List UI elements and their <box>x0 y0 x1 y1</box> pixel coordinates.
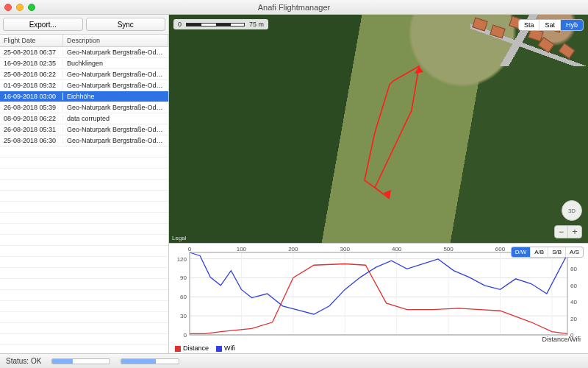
legend-item: Wifi <box>216 344 235 352</box>
cell-date: 25-08-2018 06:22 <box>0 71 63 78</box>
progress-1 <box>51 358 110 364</box>
svg-text:40: 40 <box>570 299 577 305</box>
table-row-empty <box>0 224 168 235</box>
zoom-out-button[interactable]: − <box>555 226 568 238</box>
chart-canvas: 0306090120020406080100010020030040050060… <box>169 244 588 353</box>
chart-mode-segmented: D/WA/BS/BA/S <box>511 247 584 258</box>
table-row-empty <box>0 301 168 312</box>
cell-desc: Eichhöhe <box>63 93 168 100</box>
maptype-sta[interactable]: Sta <box>519 20 540 30</box>
cell-desc: Geo-Naturpark Bergstraße-Odenwald <box>63 71 168 78</box>
cell-desc: Geo-Naturpark Bergstraße-Odenwald <box>63 49 168 56</box>
close-icon[interactable] <box>4 4 12 11</box>
svg-text:100: 100 <box>237 246 247 252</box>
table-row-empty <box>0 334 168 345</box>
chartmode-d-w[interactable]: D/W <box>512 247 531 257</box>
svg-text:30: 30 <box>180 313 187 319</box>
table-row-empty <box>0 235 168 246</box>
svg-text:20: 20 <box>570 316 577 322</box>
table-row-empty <box>0 268 168 279</box>
table-row[interactable]: 25-08-2018 06:22Geo-Naturpark Bergstraße… <box>0 69 168 80</box>
main-panel: 0 75 m StaSatHyb 3D − + Legal 0306090120… <box>169 15 588 353</box>
legend-item: Distance <box>175 344 209 352</box>
map-type-segmented: StaSatHyb <box>518 19 584 31</box>
svg-text:0: 0 <box>184 332 187 339</box>
zoom-icon[interactable] <box>28 4 35 11</box>
window-title: Anafi Flightmanager <box>0 3 588 12</box>
window-controls <box>4 4 35 11</box>
cell-desc: data corrupted <box>63 115 168 122</box>
cell-desc: Geo-Naturpark Bergstraße-Odenwald <box>63 104 168 111</box>
cell-date: 08-09-2018 06:22 <box>0 115 63 122</box>
svg-text:0: 0 <box>188 246 192 252</box>
map-attribution[interactable]: Legal <box>172 235 187 241</box>
chartmode-a-s[interactable]: A/S <box>566 247 583 257</box>
table-row-empty <box>0 312 168 323</box>
zoom-in-button[interactable]: + <box>568 226 581 238</box>
svg-text:90: 90 <box>180 275 187 281</box>
table-row-empty <box>0 191 168 202</box>
table-row[interactable]: 08-09-2018 06:22data corrupted <box>0 113 168 124</box>
col-flight-date[interactable]: Flight Date <box>0 35 63 46</box>
table-row-empty <box>0 246 168 257</box>
maptype-sat[interactable]: Sat <box>539 20 561 30</box>
table-row-empty <box>0 290 168 301</box>
cell-date: 16-09-2018 03:00 <box>0 93 63 100</box>
table-row-empty <box>0 202 168 213</box>
table-row-empty <box>0 213 168 224</box>
col-description[interactable]: Description <box>63 35 168 46</box>
table-header: Flight Date Description <box>0 35 168 47</box>
compass-button[interactable]: 3D <box>562 200 582 221</box>
table-row[interactable]: 26-08-2018 05:31Geo-Naturpark Bergstraße… <box>0 124 168 135</box>
svg-text:60: 60 <box>180 294 187 300</box>
cell-date: 26-08-2018 05:31 <box>0 126 63 133</box>
table-row-empty <box>0 146 168 158</box>
chart-legend: DistanceWifi <box>175 344 235 352</box>
progress-2 <box>121 358 179 364</box>
status-bar: Status: OK <box>0 353 588 368</box>
table-row-empty <box>0 345 168 353</box>
export-button[interactable]: Export... <box>3 18 83 31</box>
flight-table-body: 25-08-2018 06:37Geo-Naturpark Bergstraße… <box>0 47 168 353</box>
table-row[interactable]: 16-09-2018 02:35Buchklingen <box>0 58 168 69</box>
maptype-hyb[interactable]: Hyb <box>561 20 583 30</box>
table-row[interactable]: 25-08-2018 06:30Geo-Naturpark Bergstraße… <box>0 135 168 146</box>
table-row-empty <box>0 323 168 334</box>
table-row[interactable]: 01-09-2018 09:32Geo-Naturpark Bergstraße… <box>0 80 168 91</box>
window-titlebar: Anafi Flightmanager <box>0 0 588 15</box>
table-row[interactable]: 25-08-2018 06:37Geo-Naturpark Bergstraße… <box>0 47 168 58</box>
cell-date: 25-08-2018 06:37 <box>0 49 63 56</box>
status-text: Status: OK <box>6 357 41 365</box>
cell-date: 26-08-2018 05:39 <box>0 104 63 111</box>
svg-text:120: 120 <box>177 256 187 263</box>
chart-axis-label: Distance/Wifi <box>542 336 581 343</box>
cell-date: 01-09-2018 09:32 <box>0 82 63 89</box>
table-row[interactable]: 16-09-2018 03:00Eichhöhe <box>0 91 168 102</box>
svg-text:300: 300 <box>340 246 351 252</box>
sync-button[interactable]: Sync <box>86 18 166 31</box>
svg-text:60: 60 <box>570 283 577 289</box>
map-zoom-controls: − + <box>554 225 582 238</box>
telemetry-chart: 0306090120020406080100010020030040050060… <box>169 243 588 353</box>
table-row-empty <box>0 169 168 180</box>
svg-text:80: 80 <box>570 266 577 272</box>
svg-text:500: 500 <box>443 246 453 252</box>
cell-desc: Geo-Naturpark Bergstraße-Odenwald <box>63 137 168 144</box>
chartmode-s-b[interactable]: S/B <box>548 247 566 257</box>
table-row[interactable]: 26-08-2018 05:39Geo-Naturpark Bergstraße… <box>0 102 168 113</box>
sidebar-toolbar: Export... Sync <box>0 15 168 35</box>
cell-date: 16-09-2018 02:35 <box>0 60 63 67</box>
cell-desc: Geo-Naturpark Bergstraße-Odenwald <box>63 126 168 133</box>
svg-text:200: 200 <box>288 246 298 252</box>
cell-date: 25-08-2018 06:30 <box>0 137 63 144</box>
cell-desc: Geo-Naturpark Bergstraße-Odenwald <box>63 82 168 89</box>
svg-text:400: 400 <box>392 246 402 252</box>
table-row-empty <box>0 257 168 268</box>
svg-text:600: 600 <box>495 246 506 252</box>
minimize-icon[interactable] <box>16 4 24 11</box>
map-scalebar: 0 75 m <box>173 19 268 29</box>
chartmode-a-b[interactable]: A/B <box>531 247 548 257</box>
satellite-map[interactable]: 0 75 m StaSatHyb 3D − + Legal <box>169 15 588 243</box>
sidebar: Export... Sync Flight Date Description 2… <box>0 15 169 353</box>
table-row-empty <box>0 180 168 191</box>
